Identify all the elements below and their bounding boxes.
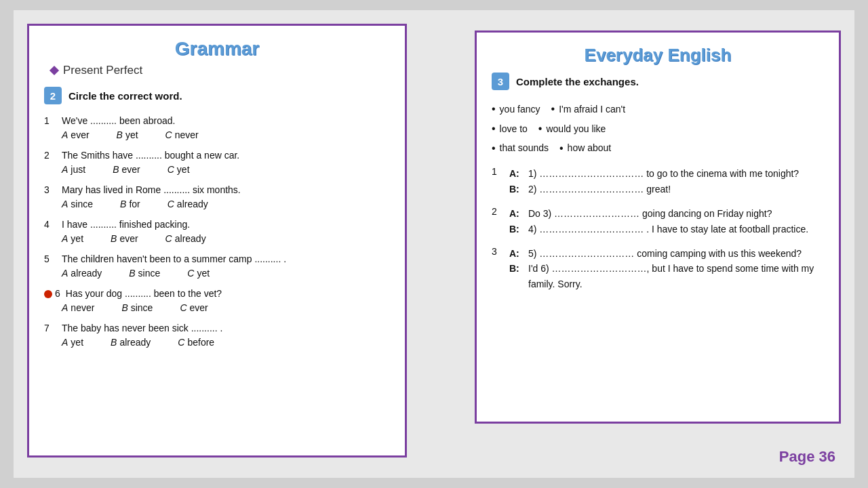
- option-word: never: [175, 129, 199, 140]
- option-word: yet: [71, 233, 83, 244]
- option-letter: A: [62, 268, 68, 279]
- exchange-speaker: B:: [509, 182, 523, 197]
- everyday-title: Everyday English: [492, 45, 824, 66]
- option-letter: C: [187, 268, 194, 279]
- question-number: 2: [44, 148, 56, 163]
- red-dot-icon: [44, 290, 52, 298]
- question-body: The baby has never been sick .......... …: [62, 321, 222, 336]
- exchange-number: 1: [492, 166, 504, 197]
- option-letter: C: [180, 302, 186, 313]
- option: Cbefore: [178, 337, 214, 348]
- grammar-panel: Grammar Present Perfect 2 Circle the cor…: [27, 24, 407, 458]
- option: Cnever: [165, 129, 199, 140]
- option: Calready: [167, 199, 208, 209]
- diamond-icon: [50, 66, 59, 75]
- everyday-english-panel: Everyday English 3 Complete the exchange…: [475, 30, 841, 424]
- option: Bever: [111, 233, 138, 244]
- option: Bsince: [129, 268, 160, 279]
- option: Ajust: [62, 164, 85, 175]
- bullet-dot: •: [551, 100, 555, 119]
- exchange-item: 3A:5) ………………………… coming camping with us …: [492, 246, 824, 291]
- exchange-speaker: A:: [509, 246, 523, 261]
- exchange-number: 3: [492, 246, 504, 291]
- option: Cyet: [167, 164, 190, 175]
- exchange-text: I'd 6) …………………………, but I have to spend s…: [528, 261, 824, 291]
- option-word: yet: [177, 164, 190, 175]
- question-number: 7: [44, 321, 56, 336]
- bullet-line: •you fancy•I'm afraid I can't: [492, 100, 824, 119]
- exchange-item: 2A:Do 3) ……………………… going dancing on Frid…: [492, 206, 824, 237]
- option-letter: B: [120, 199, 126, 209]
- page-container: Grammar Present Perfect 2 Circle the cor…: [14, 10, 854, 478]
- exercise-badge: 2: [44, 87, 62, 104]
- option: Bsince: [121, 302, 153, 313]
- question-item: 3Mary has lived in Rome .......... six m…: [44, 183, 390, 209]
- bullet-dot: •: [492, 100, 496, 119]
- option-word: yet: [71, 337, 83, 348]
- question-number: 3: [44, 183, 56, 197]
- page-number: Page 36: [779, 448, 835, 466]
- bullet-word: would you like: [546, 121, 606, 138]
- exchange-body: A:1) …………………………… to go to the cinema wit…: [509, 166, 799, 197]
- option-word: already: [177, 199, 208, 209]
- option-letter: B: [113, 164, 119, 175]
- option-letter: C: [167, 164, 174, 175]
- bullet-word: that sounds: [500, 140, 549, 157]
- question-number: 1: [44, 114, 56, 128]
- exchange-text: 1) …………………………… to go to the cinema with …: [528, 166, 799, 181]
- option-word: yet: [125, 129, 138, 140]
- subtitle-row: Present Perfect: [44, 64, 390, 77]
- option-word: since: [71, 199, 93, 209]
- bullet-word: I'm afraid I can't: [559, 101, 625, 118]
- option-word: ever: [119, 233, 138, 244]
- option: Cyet: [187, 268, 210, 279]
- option-letter: B: [129, 268, 135, 279]
- question-item: 7The baby has never been sick ..........…: [44, 321, 390, 348]
- option: Bfor: [120, 199, 140, 209]
- question-body: Mary has lived in Rome .......... six mo…: [62, 183, 241, 197]
- bullet-line: •love to•would you like: [492, 119, 824, 139]
- question-item: 5The children haven't been to a summer c…: [44, 252, 390, 279]
- option-word: already: [175, 233, 206, 244]
- option-letter: B: [117, 129, 123, 140]
- option-letter: A: [62, 199, 68, 209]
- question-item: 6Has your dog .......... been to the vet…: [44, 287, 390, 313]
- exchange-text: 5) ………………………… coming camping with us thi…: [528, 246, 802, 261]
- option-letter: A: [62, 164, 68, 175]
- option-letter: C: [165, 233, 172, 244]
- questions-list: 1We've .......... been abroad.AeverByetC…: [44, 114, 390, 348]
- bullet-dot: •: [559, 139, 564, 159]
- option-word: since: [131, 302, 153, 313]
- option: Balready: [111, 337, 151, 348]
- exchange-text: 4) …………………………… . I have to stay late at …: [528, 222, 808, 237]
- exercise-instruction: Circle the correct word.: [68, 90, 182, 102]
- option: Anever: [62, 302, 94, 313]
- question-body: I have .......... finished packing.: [62, 218, 190, 232]
- subtitle-text: Present Perfect: [63, 64, 142, 77]
- option: Aever: [62, 129, 90, 140]
- option: Cever: [180, 302, 208, 313]
- question-number: 4: [44, 218, 56, 232]
- right-instruction: Complete the exchanges.: [516, 76, 639, 87]
- option-word: never: [71, 302, 94, 313]
- option-letter: A: [62, 302, 68, 313]
- bullet-dot: •: [538, 119, 542, 139]
- option: Calready: [165, 233, 206, 244]
- bullet-word: you fancy: [500, 101, 540, 118]
- exchange-body: A:Do 3) ……………………… going dancing on Frida…: [509, 206, 808, 237]
- option: Ayet: [62, 337, 83, 348]
- option-word: before: [187, 337, 214, 348]
- option-letter: A: [62, 233, 68, 244]
- question-body: The children haven't been to a summer ca…: [62, 252, 286, 266]
- option-letter: C: [165, 129, 172, 140]
- exchange-list: 1A:1) …………………………… to go to the cinema wi…: [492, 166, 824, 291]
- bullet-dot: •: [492, 139, 496, 159]
- option-letter: C: [167, 199, 174, 209]
- option-letter: B: [111, 337, 117, 348]
- option-word: since: [138, 268, 161, 279]
- question-item: 1We've .......... been abroad.AeverByetC…: [44, 114, 390, 140]
- option: Aalready: [62, 268, 102, 279]
- question-item: 2The Smiths have .......... bought a new…: [44, 148, 390, 175]
- question-body: Has your dog .......... been to the vet?: [66, 287, 222, 301]
- option-letter: B: [121, 302, 127, 313]
